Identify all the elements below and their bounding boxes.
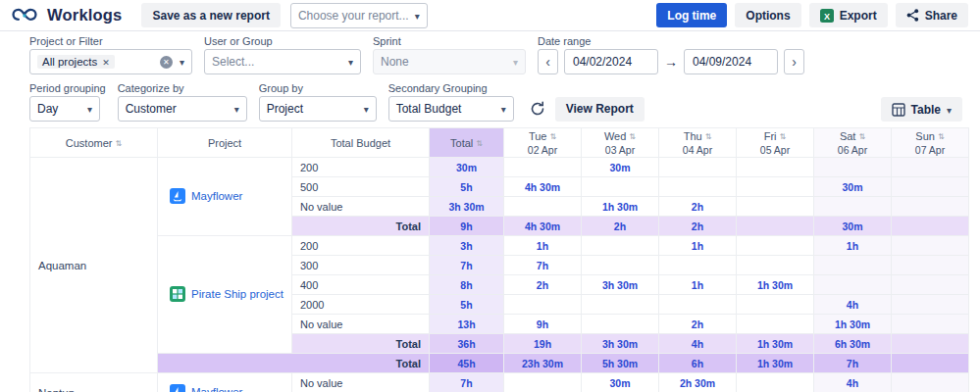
share-icon (906, 9, 919, 22)
col-header-project[interactable]: Project (158, 128, 292, 158)
day-cell: 4h (659, 334, 737, 354)
secondary-grouping-value: Total Budget (396, 102, 462, 116)
budget-cell: No value (292, 373, 430, 392)
total-cell: 8h (430, 275, 504, 295)
day-label: Wed (604, 130, 626, 142)
day-label: Fri (764, 130, 777, 142)
day-cell: 4h (814, 373, 892, 392)
date-label: 05 Apr (739, 144, 811, 156)
group-by-value: Project (267, 102, 303, 116)
chevron-down-icon (415, 9, 420, 23)
total-cell: 36h (430, 334, 504, 354)
total-cell: 5h (430, 295, 504, 315)
save-report-button[interactable]: Save as a new report (141, 3, 280, 27)
budget-cell: 2000 (292, 295, 430, 315)
day-cell (892, 236, 969, 256)
export-button[interactable]: X Export (809, 3, 888, 27)
categorize-by-select[interactable]: Customer (118, 96, 247, 122)
col-header-sun[interactable]: Sun07 Apr (892, 128, 969, 158)
sort-icon (705, 129, 712, 143)
date-from-input[interactable] (564, 49, 658, 74)
day-cell (737, 217, 814, 236)
col-header-thu[interactable]: Thu04 Apr (659, 128, 737, 158)
col-header-sat[interactable]: Sat06 Apr (814, 128, 892, 158)
day-cell: 1h 30m (814, 315, 892, 334)
period-grouping-value: Day (37, 102, 58, 116)
col-header-customer[interactable]: Customer (30, 128, 158, 158)
project-link[interactable]: Mayflower (191, 190, 242, 202)
day-cell: 4h 30m (504, 177, 582, 197)
view-mode-button[interactable]: Table (881, 97, 962, 122)
day-cell: 9h (504, 315, 582, 334)
day-cell (659, 177, 737, 197)
day-cell: 1h 30m (737, 354, 814, 373)
table-row: Neptun Mayflower No value 7h 30m 2h 30m … (30, 373, 969, 392)
view-mode-value: Table (911, 103, 941, 117)
group-by-filter: Group by Project (259, 82, 377, 122)
chevron-down-icon (364, 102, 369, 116)
categorize-by-value: Customer (126, 102, 177, 116)
total-header-label: Total (450, 137, 473, 149)
chevron-down-icon (234, 102, 239, 116)
budget-cell: 400 (292, 275, 430, 295)
user-filter-select[interactable]: Select... (204, 49, 361, 74)
user-filter: User or Group Select... (204, 35, 361, 74)
secondary-grouping-select[interactable]: Total Budget (388, 96, 514, 122)
period-grouping-select[interactable]: Day (29, 96, 100, 122)
next-period-button[interactable] (784, 49, 804, 74)
project-cell: Mayflower (158, 158, 292, 236)
budget-cell: No value (292, 315, 430, 334)
total-cell: 5h (430, 177, 504, 197)
date-range-label: Date range (538, 35, 804, 47)
day-cell: 6h (659, 354, 737, 373)
prev-period-button[interactable] (538, 49, 558, 74)
sort-icon (629, 129, 636, 143)
day-cell: 2h (659, 315, 737, 334)
project-filter-chip[interactable]: All projects (37, 55, 115, 69)
budget-cell: 200 (292, 236, 430, 256)
topbar: Worklogs Save as a new report Choose you… (0, 0, 980, 31)
day-cell (504, 373, 582, 392)
close-icon[interactable] (102, 56, 110, 68)
refresh-icon (530, 101, 545, 117)
total-cell: 30m (430, 158, 504, 177)
project-filter-label: Project or Filter (29, 35, 192, 47)
view-report-button[interactable]: View Report (555, 97, 645, 122)
col-header-budget[interactable]: Total Budget (292, 128, 430, 158)
day-cell (892, 334, 969, 354)
day-cell: 1h (659, 275, 737, 295)
day-cell: 30m (814, 217, 892, 236)
total-label-cell: Total (292, 217, 430, 236)
day-cell (814, 275, 892, 295)
share-button[interactable]: Share (896, 3, 968, 27)
day-cell (737, 373, 814, 392)
refresh-button[interactable] (530, 101, 545, 117)
project-filter-select[interactable]: All projects (29, 49, 192, 74)
col-header-tue[interactable]: Tue02 Apr (504, 128, 582, 158)
date-label: 06 Apr (816, 144, 889, 156)
col-header-wed[interactable]: Wed03 Apr (582, 128, 659, 158)
sort-icon (858, 129, 865, 143)
sprint-filter-label: Sprint (373, 35, 526, 47)
day-cell (582, 177, 659, 197)
log-time-button[interactable]: Log time (656, 3, 727, 27)
col-header-fri[interactable]: Fri05 Apr (737, 128, 814, 158)
date-label: 03 Apr (584, 144, 656, 156)
clear-icon[interactable] (160, 56, 173, 69)
report-select[interactable]: Choose your report... (290, 3, 428, 28)
day-cell: 5h 30m (582, 354, 659, 373)
project-link[interactable]: Pirate Ship project (191, 288, 284, 300)
group-by-select[interactable]: Project (259, 96, 377, 122)
project-link[interactable]: Mayflower (191, 386, 242, 392)
options-button[interactable]: Options (735, 3, 800, 27)
chevron-down-icon[interactable] (180, 55, 184, 69)
day-cell: 30m (582, 158, 659, 177)
col-header-total[interactable]: Total (430, 128, 504, 158)
page-title: Worklogs (47, 6, 122, 24)
date-to-input[interactable] (684, 49, 778, 74)
day-cell: 3h 30m (582, 334, 659, 354)
day-label: Thu (684, 130, 702, 142)
day-cell: 2h (659, 217, 737, 236)
day-cell: 2h (659, 197, 737, 217)
day-cell (814, 256, 892, 275)
